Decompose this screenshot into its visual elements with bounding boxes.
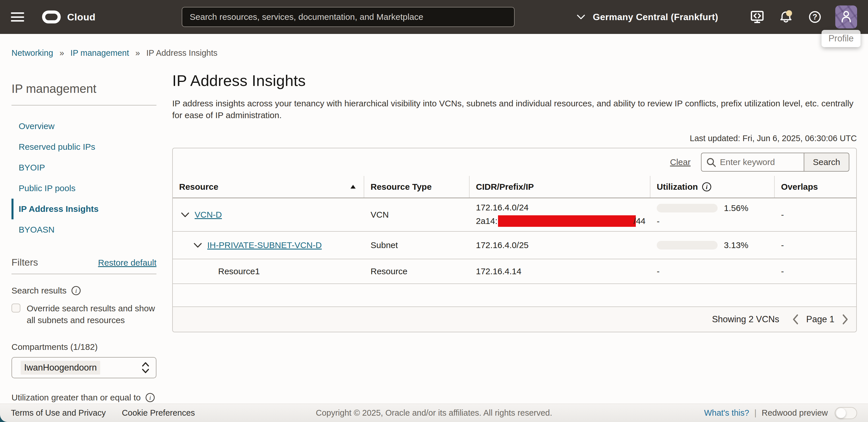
search-button[interactable]: Search [804,153,849,172]
stepper-icon [142,361,150,374]
whats-this-link[interactable]: What's this? [704,408,749,418]
copyright-text: Copyright © 2025, Oracle and/or its affi… [316,408,552,418]
region-selector[interactable]: Germany Central (Frankfurt) [577,12,718,22]
pagination-summary: Showing 2 VCNs [712,314,779,325]
column-header-resource-type[interactable]: Resource Type [364,176,470,197]
table-row-vcn-d: VCN-D VCN 172.16.4.0/24 2a14: /44 1.56% [173,198,856,232]
footer-separator: | [754,408,756,418]
compartments-value: IwanHoogendoorn [21,361,100,374]
svg-text:i: i [75,287,77,294]
overlaps-cell: - [775,259,856,283]
sidebar-item-public-ip-pools[interactable]: Public IP pools [11,178,156,199]
utilization-secondary: - [657,217,775,226]
utilization-percent: 1.56% [724,203,748,213]
page-next-icon[interactable] [842,314,849,325]
column-header-overlaps[interactable]: Overlaps [775,176,856,197]
info-icon[interactable]: i [71,286,81,296]
main-content: IP Address Insights IP address insights … [172,58,857,332]
svg-text:i: i [706,184,708,191]
global-search-input[interactable] [182,7,515,27]
utilization-cell: 1.56% - [650,198,775,231]
resource-type-cell: VCN [364,198,470,231]
resource-cell: IH-PRIVATE-SUBNET-VCN-D [173,232,364,259]
topbar: Cloud Germany Central (Frankfurt) [0,0,868,34]
filters-header: Filters Restore default [11,257,156,268]
resource-type-cell: Subnet [364,232,470,259]
sidebar-item-byoasn[interactable]: BYOASN [11,219,156,240]
svg-text:?: ? [813,12,817,21]
redwood-preview-toggle[interactable] [835,407,857,419]
keyword-search-group: Search [701,153,849,172]
sidebar-item-ip-address-insights[interactable]: IP Address Insights [11,199,156,219]
topbar-icons: ? [735,10,822,24]
search-results-label-row: Search results i [11,286,156,296]
profile-avatar[interactable] [835,5,857,28]
toggle-knob [836,408,846,418]
redacted-block [498,215,636,227]
sidebar-title: IP management [11,82,156,96]
breadcrumb-ip-management[interactable]: IP management [70,48,129,57]
utilization-bar [657,204,718,213]
column-header-utilization[interactable]: Utilization i [650,176,775,197]
cidr-ipv4: 172.16.4.0/24 [476,203,650,213]
compartments-select[interactable]: IwanHoogendoorn [11,357,156,378]
terms-link[interactable]: Terms of Use and Privacy [11,408,105,418]
pagination-page-label: Page 1 [806,314,834,325]
utilization-bar [657,241,718,250]
help-icon[interactable]: ? [808,10,822,24]
clear-filter-link[interactable]: Clear [670,157,691,167]
resource-link[interactable]: VCN-D [195,210,222,220]
cidr-cell: 172.16.4.14 [470,259,650,283]
restore-default-link[interactable]: Restore default [98,258,156,268]
table-row-resource1: Resource1 Resource 172.16.4.14 - - [173,259,856,284]
compartments-label: Compartments (1/182) [11,342,156,352]
chevron-down-icon[interactable] [193,243,202,248]
search-results-label: Search results [11,286,67,296]
filters-divider [11,274,156,274]
sidebar-item-overview[interactable]: Overview [11,116,156,137]
breadcrumb-networking[interactable]: Networking [11,48,53,57]
page-previous-icon[interactable] [792,314,799,325]
resource-link[interactable]: IH-PRIVATE-SUBNET-VCN-D [207,240,322,250]
topbar-right-cluster: Germany Central (Frankfurt) [577,5,857,28]
overlaps-cell: - [775,232,856,259]
override-checkbox[interactable] [11,304,20,312]
oracle-o-logo-icon [42,10,61,24]
column-header-cidr[interactable]: CIDR/Prefix/IP [470,176,650,197]
region-label: Germany Central (Frankfurt) [593,12,718,22]
info-icon[interactable]: i [145,393,155,402]
sidebar-item-byoip[interactable]: BYOIP [11,157,156,178]
resource-cell: Resource1 [173,259,364,283]
table-toolbar: Clear Search [173,148,856,176]
breadcrumb: Networking » IP management » IP Address … [0,34,868,58]
breadcrumb-separator: » [135,48,140,57]
oracle-cloud-logo[interactable]: Cloud [42,10,96,24]
table-header-row: Resource Resource Type CIDR/Prefix/IP Ut… [173,176,856,198]
cookie-preferences-link[interactable]: Cookie Preferences [122,408,195,418]
breadcrumb-current: IP Address Insights [146,48,218,57]
resource-cell: VCN-D [173,198,364,231]
utilization-cell: 3.13% [650,232,775,259]
notifications-bell-icon[interactable] [780,10,793,24]
footer: Terms of Use and Privacy Cookie Preferen… [0,403,868,422]
info-icon[interactable]: i [702,182,712,192]
hamburger-menu-icon[interactable] [11,12,24,22]
override-checkbox-label: Override search results and show all sub… [27,302,156,326]
sidebar-item-reserved-public-ips[interactable]: Reserved public IPs [11,137,156,157]
footer-right-cluster: What's this? | Redwood preview [704,407,857,419]
ipv6-suffix: /44 [633,216,646,226]
chevron-down-icon[interactable] [181,212,189,218]
pagination-bar: Showing 2 VCNs Page 1 [173,307,856,332]
column-header-resource[interactable]: Resource [173,176,364,197]
profile-tooltip: Profile [822,30,861,47]
ipv6-prefix: 2a14: [476,216,497,226]
search-icon [706,157,716,169]
utilization-cell: - [650,259,775,283]
breadcrumb-separator: » [59,48,64,57]
chevron-down-icon [577,14,585,20]
cloud-shell-icon[interactable] [750,10,764,24]
brand-text: Cloud [67,11,96,23]
page-title: IP Address Insights [172,72,857,89]
table-row-subnet: IH-PRIVATE-SUBNET-VCN-D Subnet 172.16.4.… [173,232,856,259]
svg-text:i: i [149,394,151,401]
